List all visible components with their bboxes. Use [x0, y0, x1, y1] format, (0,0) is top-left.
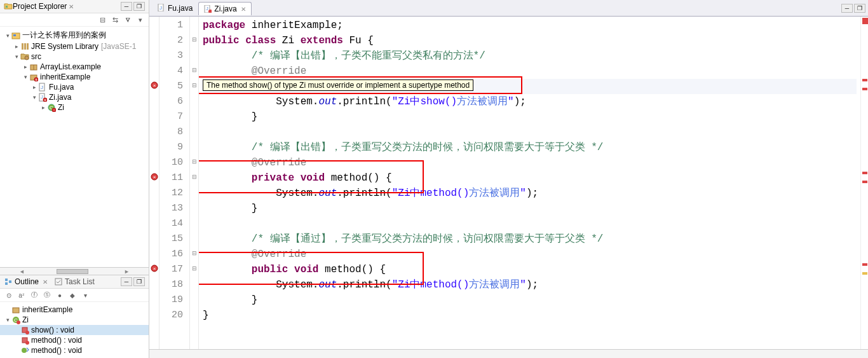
maximize-view-button[interactable]: ❐ — [133, 2, 145, 11]
outline-method-2[interactable]: method() : void — [0, 345, 149, 355]
svg-text:×: × — [153, 174, 156, 180]
outline-class[interactable]: ▾ C Zi — [0, 315, 149, 325]
view-menu-icon[interactable]: ▾ — [80, 290, 90, 300]
code-text: .println( — [337, 96, 391, 107]
code-text: System. — [203, 188, 318, 199]
expander-icon[interactable]: ▸ — [31, 84, 38, 90]
maximize-view-button[interactable]: ❐ — [133, 277, 145, 286]
tree-pkg-inherit[interactable]: ▾ x inheritExample — [0, 72, 149, 82]
fold-gutter[interactable]: ⊟⊟ ⊟ ⊟⊟ ⊟ ⊟ — [190, 17, 199, 349]
overview-marker[interactable] — [862, 88, 867, 90]
outline-tab[interactable]: Outline ✕ — [4, 277, 48, 286]
tasklist-title: Task List — [65, 277, 95, 286]
expander-icon[interactable]: ▸ — [39, 104, 47, 111]
tree-project[interactable]: ▾ 一计之长博客用到的案例 — [0, 29, 149, 41]
svg-text:×: × — [153, 266, 156, 272]
project-icon — [11, 31, 20, 40]
code-string: 方法被调用 — [457, 96, 508, 107]
maximize-editor-button[interactable]: ❐ — [854, 4, 865, 13]
tasklist-tab[interactable]: Task List — [54, 277, 95, 286]
code-string: "Zi中show() — [392, 96, 457, 107]
tree-label: ArrayList.example — [40, 62, 101, 71]
outline-pkg[interactable]: inheritExample — [0, 305, 149, 315]
expander-icon[interactable]: ▾ — [31, 94, 38, 100]
hide-local-icon[interactable]: ◆ — [67, 290, 78, 300]
tree-pkg-arraylist[interactable]: ▸ ArrayList.example — [0, 62, 149, 72]
code-text: extends — [301, 35, 343, 46]
expander-icon[interactable]: ▾ — [4, 317, 11, 323]
hide-static-icon[interactable]: ⓢ — [42, 290, 52, 300]
tree-src[interactable]: ▾ src — [0, 52, 149, 62]
tree-file-fu[interactable]: ▸ J Fu.java — [0, 82, 149, 92]
overview-ruler[interactable] — [860, 17, 868, 349]
overview-error-indicator[interactable] — [862, 18, 868, 24]
hide-fields-icon[interactable]: ⓕ — [29, 290, 39, 300]
minimize-view-button[interactable]: ─ — [121, 277, 132, 286]
code-text: Zi — [276, 35, 300, 46]
svg-rect-22 — [9, 280, 11, 283]
tree-file-zi[interactable]: ▾ Jx Zi.java — [0, 92, 149, 102]
overview-marker[interactable] — [862, 272, 867, 275]
code-string: " — [520, 279, 526, 291]
tree-jre[interactable]: ▸ JRE System Library [JavaSE-1 — [0, 41, 149, 52]
filter-icon[interactable]: ⛛ — [123, 15, 132, 24]
view-menu-icon[interactable]: ▾ — [136, 15, 145, 24]
tree-label: JRE System Library — [31, 42, 98, 51]
outline-tree[interactable]: inheritExample ▾ C Zi show() : void meth… — [0, 302, 149, 358]
left-panel: Project Explorer ✕ ─ ❐ ⊟ ⇆ ⛛ ▾ ▾ 一计之长博客用… — [0, 0, 149, 358]
java-file-icon: J — [38, 83, 47, 92]
error-marker-icon[interactable]: × — [149, 78, 159, 93]
tree-class-zi[interactable]: ▸ C Zi — [0, 102, 149, 113]
line-number-gutter[interactable]: 1234 5678 9101112 13141516 17181920 — [159, 17, 190, 349]
focus-icon[interactable]: ⊙ — [4, 290, 14, 300]
editor-area: J Fu.java J Zi.java ✕ ─ ❐ × × — [149, 0, 868, 358]
code-text: inheritExample; — [245, 20, 343, 31]
sort-alpha-icon[interactable]: aᶻ — [17, 290, 27, 300]
code-text: } — [203, 310, 209, 321]
scroll-thumb[interactable] — [57, 269, 88, 274]
code-text: void — [294, 264, 318, 275]
code-text: public — [203, 35, 240, 46]
tab-zi[interactable]: J Zi.java ✕ — [198, 2, 251, 15]
expander-icon[interactable]: ▾ — [22, 74, 29, 80]
expander-icon[interactable]: ▸ — [13, 43, 20, 50]
overview-marker[interactable] — [862, 172, 867, 174]
outline-method-1[interactable]: method() : void — [0, 335, 149, 345]
expander-icon[interactable]: ▾ — [4, 32, 11, 39]
expander-icon[interactable]: ▸ — [22, 64, 29, 70]
overview-marker[interactable] — [862, 79, 867, 81]
hide-nonpublic-icon[interactable]: ● — [55, 290, 65, 300]
code-string: " — [508, 96, 514, 107]
close-icon[interactable]: ✕ — [43, 279, 48, 286]
svg-rect-21 — [5, 282, 8, 285]
svg-point-29 — [25, 331, 29, 334]
error-marker-icon[interactable]: × — [149, 261, 159, 276]
project-tree[interactable]: ▾ 一计之长博客用到的案例 ▸ JRE System Library [Java… — [0, 27, 149, 267]
collapse-all-icon[interactable]: ⊟ — [98, 15, 107, 24]
code-editor[interactable]: package inheritExample; public class Zi … — [199, 17, 860, 349]
project-explorer-title: Project Explorer — [13, 2, 67, 11]
expander-icon[interactable]: ▾ — [13, 53, 20, 60]
package-error-icon: x — [29, 72, 38, 81]
tab-label: Zi.java — [214, 4, 236, 13]
close-icon[interactable]: ✕ — [69, 3, 74, 10]
annotation-gutter[interactable]: × × × — [149, 17, 159, 349]
svg-rect-24 — [13, 308, 19, 313]
link-editor-icon[interactable]: ⇆ — [111, 15, 119, 24]
overview-marker[interactable] — [862, 263, 867, 266]
overview-marker[interactable] — [862, 181, 867, 183]
minimize-editor-button[interactable]: ─ — [841, 4, 853, 13]
tab-fu[interactable]: J Fu.java — [152, 1, 198, 15]
code-text: } — [203, 203, 257, 214]
code-string: "Zi中method() — [392, 188, 470, 199]
close-tab-icon[interactable]: ✕ — [241, 6, 246, 13]
svg-rect-4 — [27, 43, 29, 50]
code-text: System. — [203, 96, 318, 107]
code-text: private — [252, 172, 294, 184]
explorer-hscroll[interactable]: ◄ ► — [0, 267, 149, 275]
error-marker-icon[interactable]: × — [149, 169, 159, 184]
editor-hscroll[interactable] — [149, 349, 868, 358]
outline-method-show[interactable]: show() : void — [0, 325, 149, 335]
svg-text:J: J — [207, 6, 209, 11]
minimize-view-button[interactable]: ─ — [121, 2, 132, 11]
